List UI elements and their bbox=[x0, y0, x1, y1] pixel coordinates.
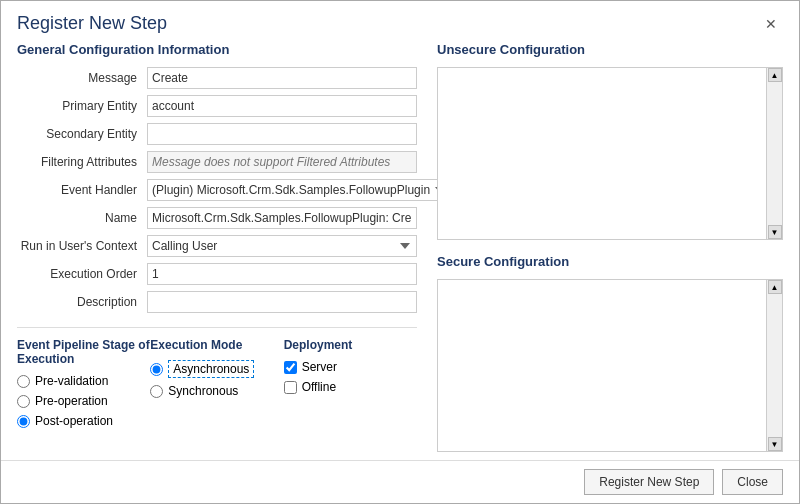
primary-entity-row: Primary Entity bbox=[17, 95, 417, 117]
filtering-attributes-row: Filtering Attributes bbox=[17, 151, 417, 173]
deployment-title: Deployment bbox=[284, 338, 417, 352]
primary-entity-label: Primary Entity bbox=[17, 99, 147, 113]
secondary-entity-input[interactable] bbox=[147, 123, 417, 145]
description-row: Description bbox=[17, 291, 417, 313]
window-close-button[interactable]: ✕ bbox=[759, 14, 783, 34]
secondary-entity-label: Secondary Entity bbox=[17, 127, 147, 141]
unsecure-section: Unsecure Configuration ▲ ▼ bbox=[437, 38, 783, 240]
asynchronous-label: Asynchronous bbox=[168, 360, 254, 378]
pre-operation-row: Pre-operation bbox=[17, 394, 150, 408]
synchronous-radio[interactable] bbox=[150, 385, 163, 398]
event-handler-select[interactable]: (Plugin) Microsoft.Crm.Sdk.Samples.Follo… bbox=[147, 179, 452, 201]
event-pipeline-title: Event Pipeline Stage of Execution bbox=[17, 338, 150, 366]
description-label: Description bbox=[17, 295, 147, 309]
asynchronous-row: Asynchronous bbox=[150, 360, 283, 378]
left-panel: General Configuration Information Messag… bbox=[17, 38, 417, 452]
message-input[interactable] bbox=[147, 67, 417, 89]
deployment-col: Deployment Server Offline bbox=[284, 338, 417, 434]
execution-order-input[interactable] bbox=[147, 263, 417, 285]
secure-scroll-down[interactable]: ▼ bbox=[768, 437, 782, 451]
offline-row: Offline bbox=[284, 380, 417, 394]
unsecure-scroll-up[interactable]: ▲ bbox=[768, 68, 782, 82]
unsecure-config-title: Unsecure Configuration bbox=[437, 42, 783, 57]
pre-validation-radio[interactable] bbox=[17, 375, 30, 388]
asynchronous-radio[interactable] bbox=[150, 363, 163, 376]
right-panel: Unsecure Configuration ▲ ▼ Secure Config… bbox=[437, 38, 783, 452]
event-handler-row: Event Handler (Plugin) Microsoft.Crm.Sdk… bbox=[17, 179, 417, 201]
secure-config-box[interactable]: ▲ ▼ bbox=[437, 279, 783, 452]
name-row: Name bbox=[17, 207, 417, 229]
run-context-row: Run in User's Context Calling User bbox=[17, 235, 417, 257]
register-new-step-button[interactable]: Register New Step bbox=[584, 469, 714, 495]
offline-checkbox[interactable] bbox=[284, 381, 297, 394]
execution-mode-title: Execution Mode bbox=[150, 338, 283, 352]
server-label: Server bbox=[302, 360, 337, 374]
pre-validation-row: Pre-validation bbox=[17, 374, 150, 388]
dialog-body: General Configuration Information Messag… bbox=[1, 38, 799, 460]
unsecure-config-box[interactable]: ▲ ▼ bbox=[437, 67, 783, 240]
pre-validation-label: Pre-validation bbox=[35, 374, 108, 388]
post-operation-label: Post-operation bbox=[35, 414, 113, 428]
secure-config-title: Secure Configuration bbox=[437, 254, 783, 269]
filtering-attributes-input[interactable] bbox=[147, 151, 417, 173]
run-context-label: Run in User's Context bbox=[17, 239, 147, 253]
synchronous-label: Synchronous bbox=[168, 384, 238, 398]
unsecure-scrollbar[interactable]: ▲ ▼ bbox=[766, 68, 782, 239]
bottom-section: Event Pipeline Stage of Execution Pre-va… bbox=[17, 327, 417, 434]
secure-scrollbar[interactable]: ▲ ▼ bbox=[766, 280, 782, 451]
server-checkbox[interactable] bbox=[284, 361, 297, 374]
synchronous-row: Synchronous bbox=[150, 384, 283, 398]
post-operation-row: Post-operation bbox=[17, 414, 150, 428]
name-label: Name bbox=[17, 211, 147, 225]
title-bar: Register New Step ✕ bbox=[1, 1, 799, 38]
general-config-title: General Configuration Information bbox=[17, 42, 417, 57]
message-row: Message bbox=[17, 67, 417, 89]
message-label: Message bbox=[17, 71, 147, 85]
register-new-step-dialog: Register New Step ✕ General Configuratio… bbox=[0, 0, 800, 504]
execution-order-row: Execution Order bbox=[17, 263, 417, 285]
event-handler-label: Event Handler bbox=[17, 183, 147, 197]
bottom-grid: Event Pipeline Stage of Execution Pre-va… bbox=[17, 338, 417, 434]
name-input[interactable] bbox=[147, 207, 417, 229]
offline-label: Offline bbox=[302, 380, 336, 394]
secondary-entity-row: Secondary Entity bbox=[17, 123, 417, 145]
filtering-attributes-label: Filtering Attributes bbox=[17, 155, 147, 169]
run-context-select[interactable]: Calling User bbox=[147, 235, 417, 257]
dialog-title: Register New Step bbox=[17, 13, 167, 34]
footer: Register New Step Close bbox=[1, 460, 799, 503]
secure-section: Secure Configuration ▲ ▼ bbox=[437, 250, 783, 452]
pre-operation-radio[interactable] bbox=[17, 395, 30, 408]
unsecure-scroll-down[interactable]: ▼ bbox=[768, 225, 782, 239]
post-operation-radio[interactable] bbox=[17, 415, 30, 428]
pre-operation-label: Pre-operation bbox=[35, 394, 108, 408]
execution-order-label: Execution Order bbox=[17, 267, 147, 281]
event-pipeline-col: Event Pipeline Stage of Execution Pre-va… bbox=[17, 338, 150, 434]
close-button[interactable]: Close bbox=[722, 469, 783, 495]
server-row: Server bbox=[284, 360, 417, 374]
execution-mode-col: Execution Mode Asynchronous Synchronous bbox=[150, 338, 283, 434]
description-input[interactable] bbox=[147, 291, 417, 313]
primary-entity-input[interactable] bbox=[147, 95, 417, 117]
secure-scroll-up[interactable]: ▲ bbox=[768, 280, 782, 294]
